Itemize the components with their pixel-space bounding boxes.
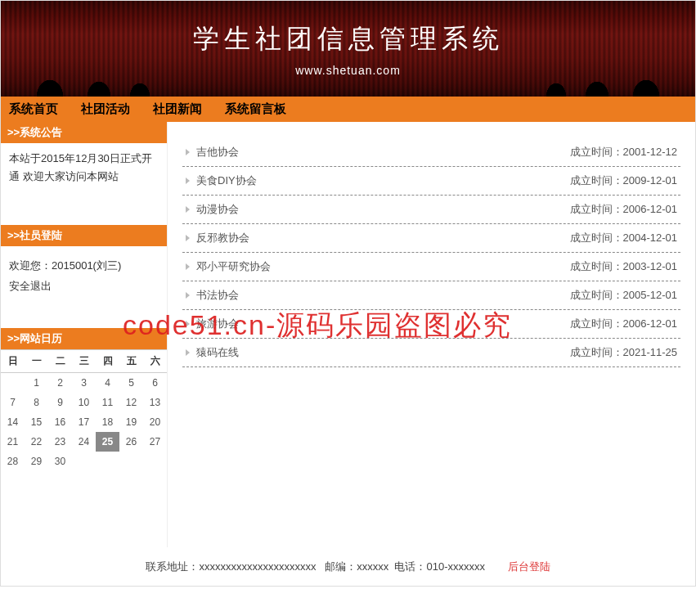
calendar-weekday: 五: [119, 350, 143, 373]
calendar-day[interactable]: 28: [1, 452, 25, 471]
calendar-day[interactable]: 4: [96, 373, 119, 393]
calendar-day[interactable]: 27: [143, 432, 167, 452]
club-name-link[interactable]: 吉他协会: [196, 145, 239, 160]
calendar-day[interactable]: 26: [119, 432, 143, 452]
calendar-day[interactable]: 25: [96, 432, 119, 452]
site-banner: 学生社团信息管理系统 www.shetuan.com: [1, 1, 695, 97]
club-name-link[interactable]: 动漫协会: [196, 202, 239, 217]
club-row: 旅游协会成立时间：2006-12-01: [182, 310, 680, 339]
calendar-day[interactable]: 12: [119, 393, 143, 412]
arrow-icon: [186, 178, 190, 184]
calendar-day[interactable]: 29: [25, 452, 48, 471]
club-name-link[interactable]: 猿码在线: [196, 345, 239, 360]
arrow-icon: [186, 321, 190, 327]
calendar-day[interactable]: 16: [48, 412, 72, 432]
calendar-day[interactable]: 10: [72, 393, 96, 412]
calendar-day[interactable]: 13: [143, 393, 167, 412]
club-date: 成立时间：2003-12-01: [570, 259, 678, 274]
calendar-day[interactable]: 20: [143, 412, 167, 432]
zip-value: xxxxxx: [357, 560, 388, 573]
calendar-day[interactable]: 22: [25, 432, 48, 452]
calendar-weekday: 二: [48, 350, 72, 373]
arrow-icon: [186, 349, 190, 356]
club-row: 书法协会成立时间：2005-12-01: [182, 281, 680, 310]
main-nav: 系统首页社团活动社团新闻系统留言板: [1, 97, 695, 122]
calendar-weekday: 三: [72, 350, 96, 373]
club-list: 吉他协会成立时间：2001-12-12美食DIY协会成立时间：2009-12-0…: [182, 138, 680, 367]
zip-label: 邮编：: [325, 560, 357, 573]
club-date: 成立时间：2009-12-01: [570, 173, 678, 188]
calendar-day[interactable]: 23: [48, 432, 72, 452]
club-row: 美食DIY协会成立时间：2009-12-01: [182, 167, 680, 196]
logout-link[interactable]: 安全退出: [9, 280, 52, 292]
calendar-day[interactable]: 15: [25, 412, 48, 432]
club-row: 反邪教协会成立时间：2004-12-01: [182, 224, 680, 253]
login-header: >>社员登陆: [1, 225, 167, 246]
calendar-day[interactable]: 30: [48, 452, 72, 471]
club-name-link[interactable]: 书法协会: [196, 288, 239, 303]
club-name-link[interactable]: 反邪教协会: [196, 231, 249, 245]
club-row: 吉他协会成立时间：2001-12-12: [182, 138, 680, 167]
calendar-day[interactable]: 14: [1, 412, 25, 432]
calendar-day[interactable]: 3: [72, 373, 96, 393]
club-row: 邓小平研究协会成立时间：2003-12-01: [182, 253, 680, 281]
phone-label: 电话：: [394, 560, 426, 573]
calendar-day[interactable]: 6: [143, 373, 167, 393]
calendar-day: [72, 452, 96, 471]
calendar-day[interactable]: 5: [119, 373, 143, 393]
arrow-icon: [186, 149, 190, 155]
sidebar: >>系统公告 本站于2015年12月30日正式开通 欢迎大家访问本网站 >>社员…: [1, 122, 168, 547]
calendar-weekday: 六: [143, 350, 167, 373]
calendar-day[interactable]: 21: [1, 432, 25, 452]
calendar-day[interactable]: 24: [72, 432, 96, 452]
arrow-icon: [186, 292, 190, 299]
calendar-day[interactable]: 11: [96, 393, 119, 412]
announce-body: 本站于2015年12月30日正式开通 欢迎大家访问本网站: [1, 143, 167, 225]
contact-value: xxxxxxxxxxxxxxxxxxxxxx: [199, 560, 316, 573]
calendar-day[interactable]: 17: [72, 412, 96, 432]
club-date: 成立时间：2006-12-01: [570, 202, 678, 217]
calendar-day[interactable]: 19: [119, 412, 143, 432]
site-url: www.shetuan.com: [1, 64, 695, 77]
arrow-icon: [186, 263, 190, 270]
calendar-day: [1, 373, 25, 393]
site-title: 学生社团信息管理系统: [1, 21, 695, 57]
calendar: 日一二三四五六 12345678910111213141516171819202…: [1, 349, 167, 471]
nav-item-2[interactable]: 社团新闻: [153, 101, 202, 117]
calendar-day: [143, 452, 167, 471]
calendar-header: >>网站日历: [1, 328, 167, 349]
calendar-day[interactable]: 8: [25, 393, 48, 412]
calendar-day[interactable]: 18: [96, 412, 119, 432]
calendar-day: [119, 452, 143, 471]
phone-value: 010-xxxxxxx: [426, 560, 485, 573]
calendar-day[interactable]: 1: [25, 373, 48, 393]
arrow-icon: [186, 206, 190, 213]
club-row: 动漫协会成立时间：2006-12-01: [182, 196, 680, 224]
club-name-link[interactable]: 旅游协会: [196, 317, 239, 331]
announce-header: >>系统公告: [1, 122, 167, 143]
contact-label: 联系地址：: [146, 560, 199, 573]
club-date: 成立时间：2021-11-25: [570, 345, 678, 360]
main-content: 吉他协会成立时间：2001-12-12美食DIY协会成立时间：2009-12-0…: [168, 122, 695, 547]
nav-item-0[interactable]: 系统首页: [9, 101, 58, 117]
calendar-weekday: 一: [25, 350, 48, 373]
admin-login-link[interactable]: 后台登陆: [508, 560, 550, 573]
calendar-weekday: 日: [1, 350, 25, 373]
club-date: 成立时间：2001-12-12: [570, 145, 678, 160]
calendar-day[interactable]: 9: [48, 393, 72, 412]
calendar-day[interactable]: 7: [1, 393, 25, 412]
calendar-day: [96, 452, 119, 471]
nav-item-3[interactable]: 系统留言板: [225, 101, 286, 117]
club-name-link[interactable]: 美食DIY协会: [196, 173, 257, 188]
arrow-icon: [186, 235, 190, 241]
club-date: 成立时间：2004-12-01: [570, 231, 678, 245]
footer: 联系地址：xxxxxxxxxxxxxxxxxxxxxx 邮编：xxxxxx 电话…: [1, 547, 695, 586]
login-body: 欢迎您：2015001(刘三) 安全退出: [1, 246, 167, 328]
club-name-link[interactable]: 邓小平研究协会: [196, 259, 271, 274]
nav-item-1[interactable]: 社团活动: [81, 101, 130, 117]
club-date: 成立时间：2006-12-01: [570, 317, 678, 331]
calendar-day[interactable]: 2: [48, 373, 72, 393]
club-row: 猿码在线成立时间：2021-11-25: [182, 339, 680, 367]
club-date: 成立时间：2005-12-01: [570, 288, 678, 303]
welcome-text: 欢迎您：2015001(刘三): [9, 256, 159, 277]
